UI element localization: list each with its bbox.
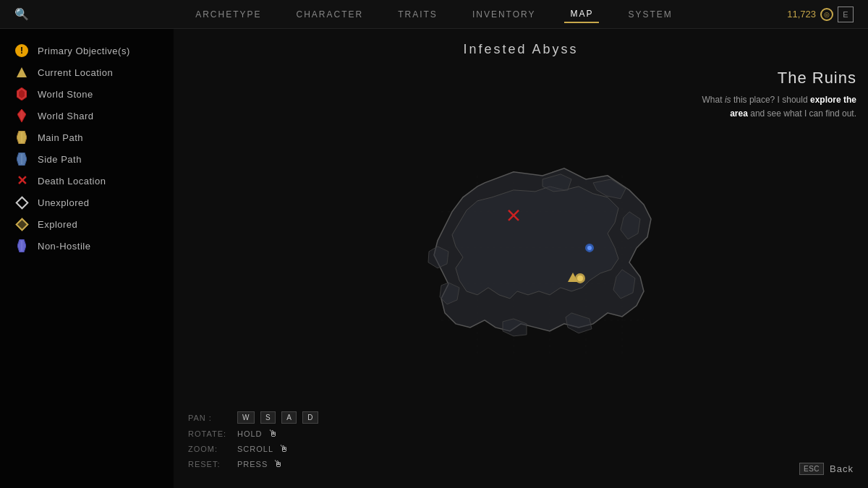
explored-label: Explored [38,219,77,230]
legend-item-side-path: Side Path [14,149,159,169]
legend-item-death-location: ✕ Death Location [14,171,159,191]
blue-marker [585,243,594,252]
rotate-control: ROTATE: HOLD 🖱 [188,428,318,439]
main-path-icon [14,130,29,145]
unexplored-label: Unexplored [38,197,90,208]
non-hostile-label: Non-Hostile [38,241,90,252]
key-w: W [237,411,255,424]
nav-character[interactable]: CHARACTER [291,7,370,22]
unexplored-icon [14,195,29,210]
info-description: What is this place? I should explore the… [692,93,856,121]
zoom-label: ZOOM: [188,445,231,453]
key-d: D [302,411,318,424]
side-path-label: Side Path [38,154,82,165]
pan-label: PAN : [188,414,231,422]
world-shard-icon [14,108,29,123]
nav-menu: ARCHETYPE CHARACTER TRAITS INVENTORY MAP… [190,6,678,23]
key-a: A [281,411,297,424]
pan-control: PAN : W S A D [188,411,318,424]
legend-panel: ! Primary Objective(s) Current Location … [0,29,174,488]
currency-amount: 11,723 [787,9,816,20]
nav-system[interactable]: SYSTEM [622,7,678,22]
legend-item-unexplored: Unexplored [14,192,159,213]
legend-item-current-location: Current Location [14,62,159,82]
currency-icon: ◎ [820,8,833,21]
legend-item-non-hostile: Non-Hostile [14,236,159,256]
world-shard-label: World Shard [38,111,94,121]
nav-traits[interactable]: TRAITS [392,7,443,22]
main-content: ! Primary Objective(s) Current Location … [0,29,868,488]
svg-point-23 [587,245,592,249]
reset-control: RESET: PRESS 🖱 [188,458,318,469]
esc-key-label: ESC [799,463,824,475]
back-label: Back [830,463,854,474]
currency-display: 11,723 ◎ E [787,7,854,22]
zoom-control: ZOOM: SCROLL 🖱 [188,443,318,454]
rotate-key: HOLD [237,429,263,438]
map-area[interactable]: Infested Abyss The Ruins What is this pl… [174,29,868,488]
current-location-label: Current Location [38,67,113,78]
mouse-icon-reset: 🖱 [273,458,283,469]
side-path-icon [14,152,29,166]
nav-inventory[interactable]: INVENTORY [467,7,542,22]
map-visual [369,139,673,388]
info-panel: The Ruins What is this place? I should e… [680,69,868,121]
zoom-key: SCROLL [237,445,273,453]
legend-item-world-shard: World Shard [14,106,159,126]
world-stone-icon [14,87,29,101]
legend-item-primary-objective: ! Primary Objective(s) [14,40,159,61]
primary-objective-icon: ! [14,43,29,58]
map-title: Infested Abyss [174,42,868,57]
controls-panel: PAN : W S A D ROTATE: HOLD 🖱 ZOOM: SCROL… [188,411,318,474]
back-button[interactable]: ESC Back [799,463,854,475]
explored-icon [14,217,29,231]
svg-point-25 [577,275,583,281]
search-icon[interactable]: 🔍 [14,7,29,21]
info-title: The Ruins [692,69,856,87]
mouse-icon-rotate: 🖱 [268,428,278,439]
current-location-icon [14,65,29,80]
primary-objective-label: Primary Objective(s) [38,46,130,56]
legend-item-world-stone: World Stone [14,84,159,104]
mouse-icon-zoom: 🖱 [279,443,289,454]
top-navigation: 🔍 ARCHETYPE CHARACTER TRAITS INVENTORY M… [0,0,868,29]
nav-map[interactable]: MAP [564,6,599,23]
nav-archetype[interactable]: ARCHETYPE [190,7,267,22]
death-location-icon: ✕ [14,174,29,188]
e-badge[interactable]: E [838,7,854,22]
rotate-label: ROTATE: [188,429,231,438]
reset-key: PRESS [237,460,268,468]
non-hostile-icon [14,239,29,253]
reset-label: RESET: [188,460,231,468]
legend-item-main-path: Main Path [14,127,159,147]
world-stone-label: World Stone [38,89,93,100]
death-location-label: Death Location [38,176,106,187]
key-s: S [260,411,276,424]
main-path-label: Main Path [38,132,83,143]
legend-item-explored: Explored [14,214,159,234]
map-svg [369,139,673,385]
